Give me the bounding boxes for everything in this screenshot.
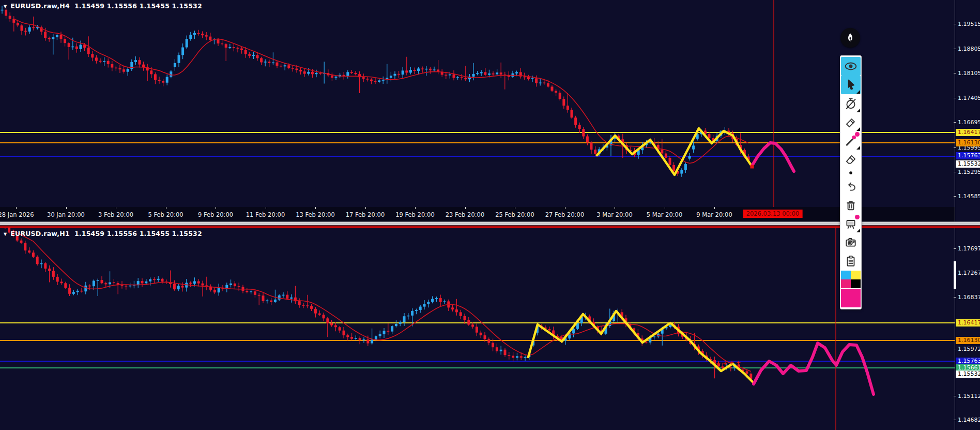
h4-price-label-118805: 1.18805 xyxy=(956,46,980,53)
palette-swatch-0[interactable] xyxy=(841,271,851,279)
axis-tick xyxy=(954,24,956,24)
h4-price-axis[interactable]: 1.195151.188051.181051.174051.166951.164… xyxy=(955,0,980,221)
date-label: 27 Feb 20:00 xyxy=(545,211,584,218)
flyout-indicator-icon xyxy=(856,90,860,94)
h1-price-axis[interactable]: 1.176971.172671.168371.164171.161301.159… xyxy=(955,228,980,430)
h4-end-marker[interactable] xyxy=(751,165,754,169)
h4-price-label-115295: 1.15295 xyxy=(956,169,980,176)
date-tick xyxy=(266,207,266,209)
date-label: 19 Feb 20:00 xyxy=(395,211,434,218)
pen-nib-icon xyxy=(844,32,856,44)
h4-symbol-label: EURUSD.raw,H4 xyxy=(10,2,69,10)
pink-dot-icon xyxy=(855,215,860,219)
date-label: 28 Jan 2026 xyxy=(0,211,34,218)
vline-date-label: 2026.03.13 00:00 xyxy=(743,210,803,218)
axis-tick xyxy=(954,196,956,197)
axis-tick xyxy=(954,147,956,148)
date-tick xyxy=(365,207,366,209)
h4-chart-pane[interactable]: ▼EURUSD.raw,H4 1.15459 1.15556 1.15455 1… xyxy=(0,0,980,221)
h1-symbol-label: EURUSD.raw,H1 xyxy=(10,230,69,238)
date-tick xyxy=(116,207,116,209)
date-label: 11 Feb 20:00 xyxy=(246,211,285,218)
date-tick xyxy=(665,207,665,209)
marker-tool[interactable] xyxy=(841,113,861,131)
date-tick xyxy=(615,207,615,209)
h1-chart-title: ▼EURUSD.raw,H1 1.15459 1.15556 1.15455 1… xyxy=(4,230,202,238)
h1-ma-line[interactable] xyxy=(13,231,751,372)
h1-price-label-116417: 1.16417 xyxy=(956,319,980,327)
chart-collapse-icon[interactable]: ▼ xyxy=(4,232,7,236)
h1-plot-area[interactable] xyxy=(0,228,955,430)
undo-icon xyxy=(844,180,858,193)
h1-price-label-116837: 1.16837 xyxy=(956,294,980,301)
timer-disabled-tool[interactable] xyxy=(841,94,861,113)
pen-tool[interactable] xyxy=(841,131,861,150)
h1-price-label-115763: 1.15763 xyxy=(956,358,980,365)
h1-price-label-115972: 1.15972 xyxy=(956,346,980,353)
h1-projection-line[interactable] xyxy=(754,343,874,394)
cursor-icon xyxy=(844,78,858,92)
flyout-indicator-icon xyxy=(856,127,860,131)
h1-price-label-115112: 1.15112 xyxy=(956,393,980,400)
axis-tick xyxy=(954,172,956,172)
date-label: 30 Jan 20:00 xyxy=(47,211,85,218)
date-label: 5 Mar 20:00 xyxy=(647,211,682,218)
flyout-indicator-icon xyxy=(856,109,860,112)
h4-price-label-114585: 1.14585 xyxy=(956,193,980,200)
date-label: 3 Feb 20:00 xyxy=(98,211,133,218)
h4-ma-line[interactable] xyxy=(14,19,748,163)
trash-button[interactable] xyxy=(841,196,861,214)
date-tick xyxy=(216,207,216,209)
h1-chart-canvas[interactable] xyxy=(0,228,955,430)
pane-splitter[interactable] xyxy=(0,221,980,228)
h1-price-label-117697: 1.17697 xyxy=(956,245,980,253)
h4-price-label-118105: 1.18105 xyxy=(956,70,980,77)
date-tick xyxy=(714,207,715,209)
date-tick xyxy=(315,207,316,209)
date-tick xyxy=(515,207,515,209)
current-color-swatch[interactable] xyxy=(841,289,861,307)
h4-plot-area[interactable] xyxy=(0,0,955,209)
palette-swatch-2[interactable] xyxy=(841,279,851,288)
h4-chart-canvas[interactable] xyxy=(0,0,955,207)
h4-price-label-117405: 1.17405 xyxy=(956,95,980,102)
chart-collapse-icon[interactable]: ▼ xyxy=(4,4,7,9)
date-tick xyxy=(465,207,466,209)
camera-button[interactable] xyxy=(841,233,861,251)
axis-tick xyxy=(954,49,956,49)
clipboard-icon xyxy=(844,254,858,268)
date-label: 17 Feb 20:00 xyxy=(346,211,385,218)
h1-price-label-114682: 1.14682 xyxy=(956,417,980,424)
h1-zigzag-line[interactable] xyxy=(528,311,754,383)
axis-tick xyxy=(954,297,956,298)
h4-projection-line[interactable] xyxy=(752,143,794,171)
board-tool[interactable] xyxy=(841,214,861,233)
date-tick xyxy=(16,207,17,209)
eye-tool[interactable] xyxy=(841,57,861,76)
axis-tick xyxy=(954,98,956,98)
axis-tick xyxy=(954,349,956,349)
axis-tick xyxy=(954,248,956,249)
date-tick xyxy=(565,207,565,209)
h4-quote-label: 1.15459 1.15556 1.15455 1.15532 xyxy=(74,2,202,10)
h4-date-axis[interactable]: 28 Jan 202630 Jan 20:003 Feb 20:005 Feb … xyxy=(0,207,955,221)
h1-chart-pane[interactable]: ▼EURUSD.raw,H1 1.15459 1.15556 1.15455 1… xyxy=(0,228,980,430)
h1-candles xyxy=(0,228,752,381)
date-label: 25 Feb 20:00 xyxy=(495,211,534,218)
undo-button[interactable] xyxy=(841,177,861,196)
palette-swatch-3[interactable] xyxy=(851,279,861,288)
pen-nib-logo[interactable] xyxy=(840,28,860,48)
h1-price-label-116130: 1.16130 xyxy=(956,337,980,344)
color-palette xyxy=(841,271,861,288)
palette-swatch-1[interactable] xyxy=(851,271,861,279)
clipboard-button[interactable] xyxy=(841,251,861,270)
dot-indicator[interactable] xyxy=(841,169,861,177)
h1-price-label-117267: 1.17267 xyxy=(956,270,980,277)
date-label: 23 Feb 20:00 xyxy=(446,211,484,218)
h1-scrollbar-thumb[interactable] xyxy=(954,261,956,289)
date-tick xyxy=(166,207,166,209)
h4-chart-title: ▼EURUSD.raw,H4 1.15459 1.15556 1.15455 1… xyxy=(4,2,202,10)
eye-icon xyxy=(844,60,858,73)
cursor-tool[interactable] xyxy=(841,76,861,94)
axis-tick xyxy=(954,122,956,123)
